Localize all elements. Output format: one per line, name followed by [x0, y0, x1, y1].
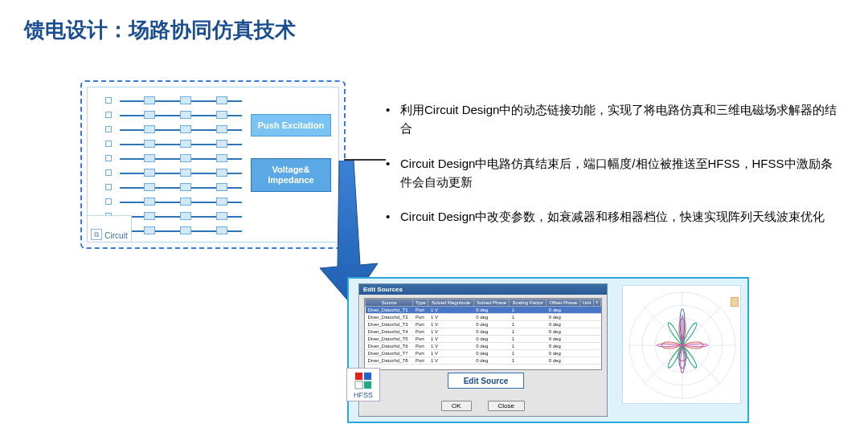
close-button[interactable]: Close — [488, 401, 525, 411]
ok-button[interactable]: OK — [441, 401, 472, 411]
table-row[interactable]: Diver_Datochd_T3Port1 V0 deg10 deg — [366, 321, 601, 328]
circuit-wires — [120, 96, 242, 234]
dialog-title: Edit Sources — [359, 284, 607, 295]
table-header-row: SourceType Solved MagnitudeSolved Phase … — [366, 299, 601, 307]
table-row[interactable]: Diver_Datochd_T8Port1 V0 deg10 deg — [366, 357, 601, 365]
page-title: 馈电设计：场路协同仿真技术 — [0, 0, 868, 44]
bullet-item: 利用Circuit Design中的动态链接功能，实现了将电路仿真和三维电磁场求… — [386, 100, 844, 138]
circuit-icon: ⧉ — [91, 229, 102, 240]
svg-rect-2 — [355, 381, 362, 389]
table-row[interactable]: Diver_Datochd_T6Port1 V0 deg10 deg — [366, 343, 601, 350]
circuit-label-text: Circuit — [104, 231, 127, 240]
svg-rect-1 — [364, 373, 371, 380]
hfss-panel: Edit Sources SourceType Solved Magnitude… — [347, 277, 749, 423]
radiation-pattern-plot — [622, 285, 741, 404]
table-row[interactable]: Diver_Datochd_T1Port1 V0 deg10 deg — [366, 307, 601, 314]
svg-rect-3 — [364, 381, 371, 389]
table-row[interactable]: Diver_Datochd_T2Port1 V0 deg10 deg — [366, 314, 601, 321]
bullet-item: Circuit Design中改变参数，如衰减器和移相器档位，快速实现阵列天线波… — [386, 207, 844, 226]
description-list: 利用Circuit Design中的动态链接功能，实现了将电路仿真和三维电磁场求… — [386, 100, 844, 242]
plot-legend-icon — [731, 297, 739, 307]
edit-sources-dialog: Edit Sources SourceType Solved Magnitude… — [358, 283, 608, 417]
table-row[interactable]: Diver_Datochd_T4Port1 V0 deg10 deg — [366, 328, 601, 336]
svg-rect-0 — [355, 373, 362, 380]
table-row[interactable]: Diver_Datochd_T5Port1 V0 deg10 deg — [366, 336, 601, 343]
push-excitation-box: Push Excitation — [251, 114, 331, 137]
sources-table[interactable]: SourceType Solved MagnitudeSolved Phase … — [364, 298, 602, 370]
edit-source-button[interactable]: Edit Source — [448, 373, 524, 389]
hfss-icon — [354, 372, 372, 389]
circuit-label: ⧉ Circuit — [87, 215, 132, 242]
bullet-item: Circuit Design中电路仿真结束后，端口幅度/相位被推送至HFSS，H… — [386, 154, 844, 192]
table-row[interactable]: Diver_Datochd_T7Port1 V0 deg10 deg — [366, 350, 601, 357]
hfss-tag: HFSS — [346, 368, 380, 401]
